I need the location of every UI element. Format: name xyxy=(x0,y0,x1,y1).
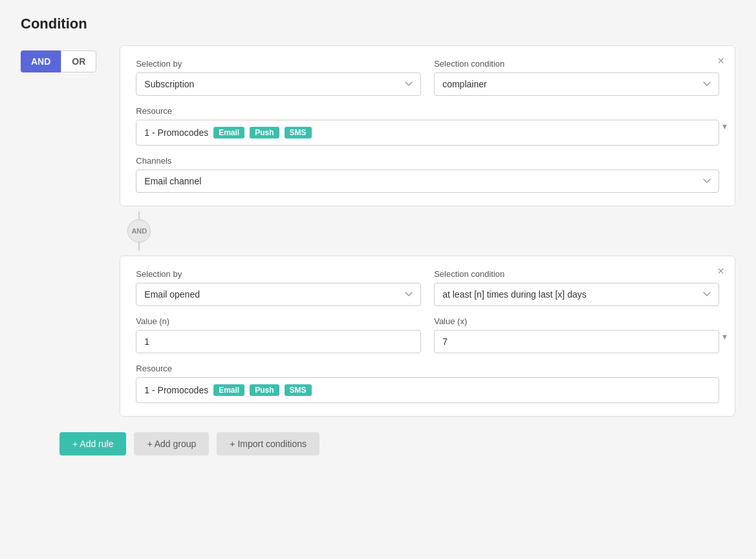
rule-card-2: × Selection by Email opened Selection co… xyxy=(120,256,735,417)
selection-condition-select-2[interactable]: at least [n] times during last [x] days xyxy=(434,283,719,306)
or-button[interactable]: OR xyxy=(61,50,96,72)
selection-by-select-2[interactable]: Email opened xyxy=(136,283,421,306)
and-button[interactable]: AND xyxy=(21,50,61,72)
resource-select-1[interactable]: 1 - Promocodes Email Push SMS ▾ xyxy=(136,120,719,146)
value-x-label: Value (x) xyxy=(434,316,719,326)
resource-group-2: Resource 1 - Promocodes Email Push SMS ▾ xyxy=(136,364,719,403)
tag-push-1: Push xyxy=(250,127,279,138)
channels-group-1: Channels Email channel xyxy=(136,156,719,193)
resource-select-2[interactable]: 1 - Promocodes Email Push SMS ▾ xyxy=(136,377,719,403)
selection-condition-group-2: Selection condition at least [n] times d… xyxy=(434,269,719,306)
close-rule-1-button[interactable]: × xyxy=(717,55,724,67)
rule-card-1: × Selection by Subscription Selection co… xyxy=(120,45,735,206)
tag-sms-1: SMS xyxy=(285,127,312,138)
selection-by-label-2: Selection by xyxy=(136,269,421,279)
selection-by-select-1[interactable]: Subscription xyxy=(136,72,421,96)
and-connector: AND xyxy=(107,206,735,256)
value-n-group: Value (n) xyxy=(136,316,421,353)
resource-group-1: Resource 1 - Promocodes Email Push SMS ▾ xyxy=(136,106,719,146)
and-or-toggle: AND OR xyxy=(21,50,96,72)
add-group-button[interactable]: + Add group xyxy=(134,432,209,455)
tag-email-1: Email xyxy=(213,127,244,138)
resource-text-2: 1 - Promocodes xyxy=(144,385,208,395)
selection-condition-select-1[interactable]: complainer xyxy=(434,72,719,96)
import-conditions-button[interactable]: + Import conditions xyxy=(217,432,319,455)
tag-email-2: Email xyxy=(213,384,244,396)
selection-condition-label-1: Selection condition xyxy=(434,59,719,69)
tag-push-2: Push xyxy=(250,384,279,396)
value-x-input[interactable] xyxy=(434,330,719,353)
value-n-input[interactable] xyxy=(136,330,421,353)
close-rule-2-button[interactable]: × xyxy=(717,265,724,277)
selection-condition-label-2: Selection condition xyxy=(434,269,719,279)
channels-label-1: Channels xyxy=(136,156,719,166)
resource-chevron-1: ▾ xyxy=(722,121,727,131)
selection-by-group-1: Selection by Subscription xyxy=(136,59,421,96)
add-rule-button[interactable]: + Add rule xyxy=(59,432,126,455)
channels-select-1[interactable]: Email channel xyxy=(136,170,719,193)
tag-sms-2: SMS xyxy=(285,384,312,396)
value-x-group: Value (x) xyxy=(434,316,719,353)
resource-label-1: Resource xyxy=(136,106,719,116)
selection-by-group-2: Selection by Email opened xyxy=(136,269,421,306)
resource-text-1: 1 - Promocodes xyxy=(144,127,208,138)
resource-chevron-2: ▾ xyxy=(722,331,727,342)
value-n-label: Value (n) xyxy=(136,316,421,326)
and-badge: AND xyxy=(127,219,151,243)
bottom-actions: + Add rule + Add group + Import conditio… xyxy=(21,432,735,455)
selection-by-label-1: Selection by xyxy=(136,59,421,69)
page-title: Condition xyxy=(21,16,735,32)
selection-condition-group-1: Selection condition complainer xyxy=(434,59,719,96)
resource-label-2: Resource xyxy=(136,364,719,373)
